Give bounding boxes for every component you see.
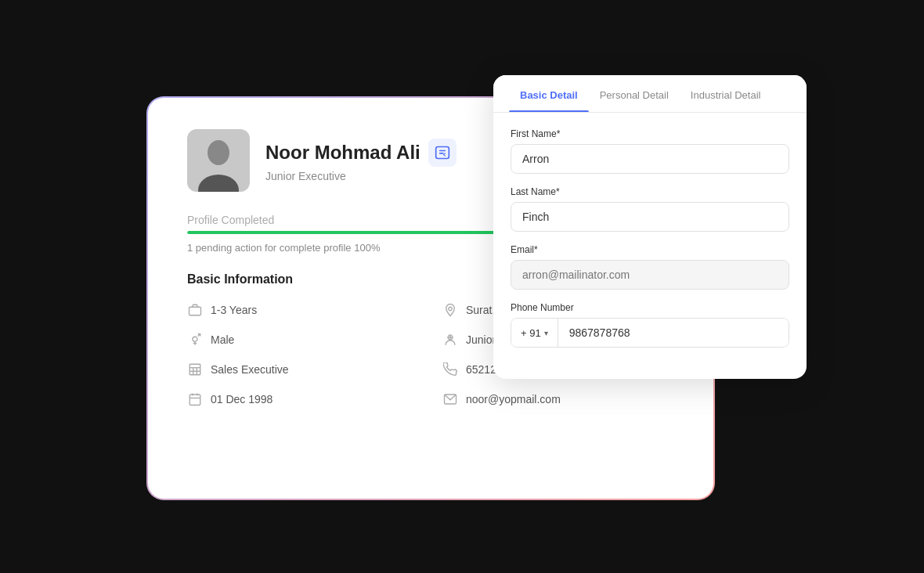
- calendar-icon: [187, 391, 203, 407]
- avatar: [187, 129, 250, 192]
- email-text: noor@yopmail.com: [466, 393, 561, 405]
- country-code: + 91: [521, 327, 541, 339]
- tab-basic-detail[interactable]: Basic Detail: [509, 75, 589, 112]
- info-item-dob: 01 Dec 1998: [187, 391, 419, 407]
- form-content: First Name* Last Name* Email* Phone Numb…: [493, 113, 807, 379]
- profile-name: Noor Mohmad Ali: [265, 142, 420, 164]
- level-text: Junior: [466, 333, 496, 346]
- last-name-group: Last Name*: [511, 186, 789, 232]
- dob-text: 01 Dec 1998: [211, 393, 273, 405]
- tab-personal-detail[interactable]: Personal Detail: [589, 75, 680, 112]
- badge-icon: [428, 139, 457, 167]
- level-icon: [442, 332, 458, 348]
- phone-icon: [442, 362, 458, 377]
- phone-country-select[interactable]: + 91 ▾: [511, 319, 558, 347]
- email-group: Email*: [511, 244, 789, 290]
- first-name-input[interactable]: [511, 144, 789, 174]
- svg-rect-19: [189, 395, 200, 405]
- detail-panel: Basic Detail Personal Detail Industrial …: [493, 75, 807, 379]
- phone-number-input[interactable]: [558, 319, 789, 347]
- first-name-label: First Name*: [511, 128, 789, 139]
- last-name-input[interactable]: [511, 202, 789, 232]
- svg-rect-14: [189, 364, 200, 375]
- chevron-down-icon: ▾: [544, 329, 548, 337]
- email-icon: [442, 391, 458, 407]
- info-item-email: noor@yopmail.com: [442, 391, 674, 407]
- tabs-bar: Basic Detail Personal Detail Industrial …: [493, 75, 807, 113]
- location-icon: [442, 302, 458, 318]
- info-item-experience: 1-3 Years: [187, 302, 419, 318]
- profile-title: Junior Executive: [265, 170, 457, 182]
- experience-text: 1-3 Years: [211, 304, 257, 316]
- phone-label: Phone Number: [511, 302, 789, 313]
- briefcase-icon: [187, 302, 203, 318]
- info-item-job: Sales Executive: [187, 362, 419, 377]
- email-input[interactable]: [511, 260, 789, 290]
- svg-rect-3: [189, 307, 201, 315]
- phone-row: + 91 ▾: [511, 318, 789, 348]
- svg-point-6: [193, 337, 197, 341]
- svg-point-1: [198, 175, 239, 192]
- svg-point-13: [449, 337, 451, 338]
- svg-point-5: [449, 307, 453, 311]
- info-item-gender: Male: [187, 332, 419, 348]
- building-icon: [187, 362, 203, 377]
- email-label: Email*: [511, 244, 789, 255]
- gender-text: Male: [211, 333, 234, 346]
- last-name-label: Last Name*: [511, 186, 789, 197]
- first-name-group: First Name*: [511, 128, 789, 174]
- gender-icon: [187, 332, 203, 348]
- tab-industrial-detail[interactable]: Industrial Detail: [680, 75, 772, 112]
- profile-name-area: Noor Mohmad Ali Junior Executive: [265, 139, 457, 182]
- phone-group: Phone Number + 91 ▾: [511, 302, 789, 348]
- job-text: Sales Executive: [211, 363, 289, 376]
- svg-point-0: [208, 140, 229, 165]
